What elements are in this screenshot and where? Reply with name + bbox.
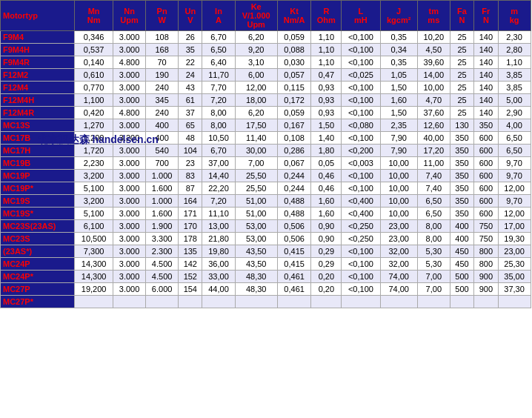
cell-value: 152 bbox=[179, 271, 202, 283]
table-row: MC27P* bbox=[1, 296, 532, 308]
table-row: MC19P3,2003.0001.0008314,4025,500,2440,4… bbox=[1, 170, 532, 182]
table-row: MC23S(23AS)6,1003.0001.90017013,0053,000… bbox=[1, 220, 532, 233]
cell-value: 750 bbox=[474, 233, 498, 245]
cell-value: 0,059 bbox=[277, 31, 311, 44]
cell-value: 1,50 bbox=[311, 119, 342, 132]
cell-value: 6,40 bbox=[202, 56, 235, 69]
cell-value: 750 bbox=[474, 220, 498, 233]
cell-value: 0,415 bbox=[277, 245, 311, 258]
cell-value: 7,40 bbox=[417, 182, 450, 195]
cell-value: 1,270 bbox=[75, 119, 113, 132]
cell-value bbox=[235, 296, 277, 308]
cell-value: 0,167 bbox=[277, 119, 311, 132]
table-row: MC23S10,5003.0003.30017821,8053,000,5060… bbox=[1, 233, 532, 245]
cell-value: 5,100 bbox=[75, 208, 113, 220]
cell-value: 600 bbox=[474, 170, 498, 182]
cell-value: 35 bbox=[179, 44, 202, 56]
cell-value: 0,93 bbox=[311, 82, 342, 94]
motor-name: MC17B bbox=[1, 132, 75, 145]
cell-value: 3.000 bbox=[113, 82, 146, 94]
cell-value: 600 bbox=[474, 195, 498, 208]
cell-value: 1,100 bbox=[75, 94, 113, 107]
motor-specs-table: Motortyp MnNm NnUpm PnW UnV InA KeV/1.00… bbox=[0, 0, 532, 308]
cell-value: <0,250 bbox=[342, 220, 380, 233]
cell-value: 6,70 bbox=[202, 31, 235, 44]
cell-value: 11,10 bbox=[202, 208, 235, 220]
motor-name: MC24P* bbox=[1, 271, 75, 283]
cell-value: 0,35 bbox=[380, 56, 417, 69]
cell-value: 0,488 bbox=[277, 208, 311, 220]
cell-value: 3,200 bbox=[75, 170, 113, 182]
cell-value: <0,025 bbox=[342, 69, 380, 82]
cell-value: 3.000 bbox=[113, 245, 146, 258]
cell-value: 6,00 bbox=[235, 69, 277, 82]
cell-value: 61 bbox=[179, 94, 202, 107]
cell-value: <0,100 bbox=[342, 132, 380, 145]
cell-value: 7,90 bbox=[380, 132, 417, 145]
cell-value: 4.500 bbox=[146, 258, 179, 271]
cell-value: 0,610 bbox=[75, 69, 113, 82]
col-kt: KtNm/A bbox=[277, 1, 311, 31]
cell-value: <0,100 bbox=[342, 31, 380, 44]
cell-value: <0,100 bbox=[342, 283, 380, 296]
cell-value: 540 bbox=[146, 145, 179, 157]
cell-value: 10,00 bbox=[380, 157, 417, 170]
cell-value: 37,60 bbox=[417, 107, 450, 119]
cell-value: 2,230 bbox=[75, 157, 113, 170]
cell-value: 3.000 bbox=[113, 31, 146, 44]
cell-value: 154 bbox=[179, 283, 202, 296]
cell-value: 30,00 bbox=[235, 145, 277, 157]
cell-value: 35,00 bbox=[498, 271, 531, 283]
cell-value: 1.900 bbox=[146, 220, 179, 233]
cell-value: 25 bbox=[450, 31, 473, 44]
cell-value: 7,90 bbox=[380, 145, 417, 157]
col-m: mkg bbox=[498, 1, 531, 31]
cell-value: <0,250 bbox=[342, 233, 380, 245]
cell-value: 8,00 bbox=[417, 233, 450, 245]
table-row: F12M40,7703.000240437,7012,000,1150,93<0… bbox=[1, 82, 532, 94]
motor-name: MC27P bbox=[1, 283, 75, 296]
col-un: UnV bbox=[179, 1, 202, 31]
cell-value: 7,20 bbox=[202, 195, 235, 208]
cell-value: 21,80 bbox=[202, 233, 235, 245]
motor-name: F12M2 bbox=[1, 69, 75, 82]
table-row: MC17H1,7203.0005401046,7030,000,2861,80<… bbox=[1, 145, 532, 157]
cell-value: 0,93 bbox=[311, 94, 342, 107]
cell-value: 450 bbox=[450, 258, 473, 271]
cell-value: 800 bbox=[474, 258, 498, 271]
cell-value: 104 bbox=[179, 145, 202, 157]
cell-value: 51,00 bbox=[235, 195, 277, 208]
cell-value: 25 bbox=[450, 107, 473, 119]
cell-value: 9,70 bbox=[498, 170, 531, 182]
cell-value: 7,00 bbox=[235, 157, 277, 170]
cell-value: 25 bbox=[450, 94, 473, 107]
cell-value: 14,300 bbox=[75, 271, 113, 283]
cell-value bbox=[277, 296, 311, 308]
motor-name: MC24P bbox=[1, 258, 75, 271]
cell-value bbox=[113, 296, 146, 308]
cell-value: 10,00 bbox=[417, 82, 450, 94]
cell-value: 26 bbox=[179, 31, 202, 44]
cell-value: 140 bbox=[474, 107, 498, 119]
cell-value: 164 bbox=[179, 195, 202, 208]
table-row: F12M20,6103.0001902411,706,000,0570,47<0… bbox=[1, 69, 532, 82]
cell-value: 3.000 bbox=[113, 258, 146, 271]
cell-value: 12,60 bbox=[417, 119, 450, 132]
cell-value: 3.300 bbox=[146, 233, 179, 245]
motor-name: F12M4R bbox=[1, 107, 75, 119]
cell-value: 108 bbox=[146, 31, 179, 44]
cell-value: 17,50 bbox=[235, 119, 277, 132]
cell-value: 0,46 bbox=[311, 182, 342, 195]
cell-value: 600 bbox=[474, 132, 498, 145]
cell-value: 0,059 bbox=[277, 107, 311, 119]
cell-value: 9,20 bbox=[235, 44, 277, 56]
cell-value: 24 bbox=[179, 69, 202, 82]
motor-name: F9M4H bbox=[1, 44, 75, 56]
cell-value: 74,00 bbox=[380, 271, 417, 283]
cell-value: 1.600 bbox=[146, 182, 179, 195]
cell-value: 240 bbox=[146, 107, 179, 119]
cell-value: 22,20 bbox=[202, 182, 235, 195]
cell-value: 170 bbox=[179, 220, 202, 233]
cell-value: <0,100 bbox=[342, 170, 380, 182]
cell-value: 0,286 bbox=[277, 145, 311, 157]
